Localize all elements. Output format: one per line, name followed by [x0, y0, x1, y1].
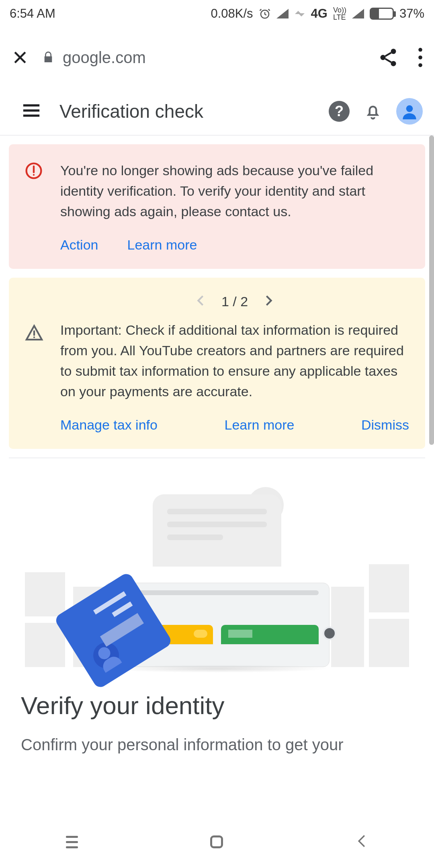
battery-icon — [370, 8, 394, 20]
svg-point-7 — [406, 105, 413, 112]
verify-section: Verify your identity Confirm your person… — [9, 458, 425, 754]
chevron-right-icon[interactable] — [264, 294, 274, 309]
url-text: google.com — [63, 49, 146, 67]
status-volte: Vo))LTE — [333, 6, 346, 21]
android-status-bar: 6:54 AM 0.08K/s 4G Vo))LTE 37% — [0, 0, 434, 27]
hamburger-icon[interactable] — [23, 103, 40, 119]
browser-toolbar: google.com — [0, 27, 434, 88]
address-bar[interactable]: google.com — [42, 49, 146, 67]
home-button[interactable] — [210, 835, 223, 848]
manage-tax-info-button[interactable]: Manage tax info — [60, 417, 158, 433]
status-net-label: 4G — [311, 6, 328, 21]
lock-icon — [42, 50, 55, 65]
chevron-left-icon[interactable] — [196, 294, 205, 309]
svg-point-3 — [391, 61, 396, 66]
status-time: 6:54 AM — [10, 6, 55, 21]
back-button[interactable] — [355, 835, 368, 849]
status-battery-pct: 37% — [399, 6, 424, 21]
dismiss-button[interactable]: Dismiss — [361, 417, 409, 433]
share-icon[interactable] — [378, 47, 399, 68]
help-icon[interactable]: ? — [329, 101, 350, 122]
close-icon[interactable] — [11, 49, 29, 66]
learn-more-button[interactable]: Learn more — [225, 417, 295, 433]
data-arrows-icon — [294, 8, 305, 20]
pager-count: 1 / 2 — [221, 294, 248, 309]
alert-warning-text: Important: Check if additional tax infor… — [60, 320, 409, 402]
page-title: Verification check — [59, 100, 203, 122]
alarm-icon — [259, 8, 271, 20]
content-area: You're no longer showing ads because you… — [0, 135, 434, 763]
page-header: Verification check ? — [0, 88, 434, 135]
main-heading: Verify your identity — [9, 691, 425, 720]
alert-pager: 1 / 2 — [60, 294, 409, 309]
status-net-speed: 0.08K/s — [211, 6, 253, 21]
action-button[interactable]: Action — [60, 237, 98, 253]
learn-more-button[interactable]: Learn more — [127, 237, 197, 253]
signal-icon-2 — [352, 9, 364, 18]
svg-point-4 — [418, 48, 422, 52]
identity-illustration — [25, 490, 409, 667]
scrollbar[interactable] — [429, 135, 434, 497]
signal-icon — [276, 9, 289, 18]
svg-point-9 — [33, 174, 35, 176]
recents-button[interactable] — [66, 836, 78, 848]
sub-heading: Confirm your personal information to get… — [9, 720, 425, 754]
avatar[interactable] — [396, 98, 423, 125]
more-icon[interactable] — [418, 48, 423, 67]
error-icon — [25, 160, 44, 253]
warning-icon — [25, 294, 44, 433]
alert-warning: 1 / 2 Important: Check if additional tax… — [9, 278, 425, 449]
svg-point-1 — [391, 49, 396, 54]
svg-point-10 — [33, 336, 35, 338]
alert-error-text: You're no longer showing ads because you… — [60, 160, 409, 222]
bell-icon[interactable] — [364, 101, 382, 121]
svg-point-6 — [418, 63, 422, 67]
android-navbar — [0, 816, 434, 868]
alert-error: You're no longer showing ads because you… — [9, 144, 425, 269]
svg-point-2 — [381, 55, 386, 60]
svg-point-5 — [418, 55, 422, 59]
